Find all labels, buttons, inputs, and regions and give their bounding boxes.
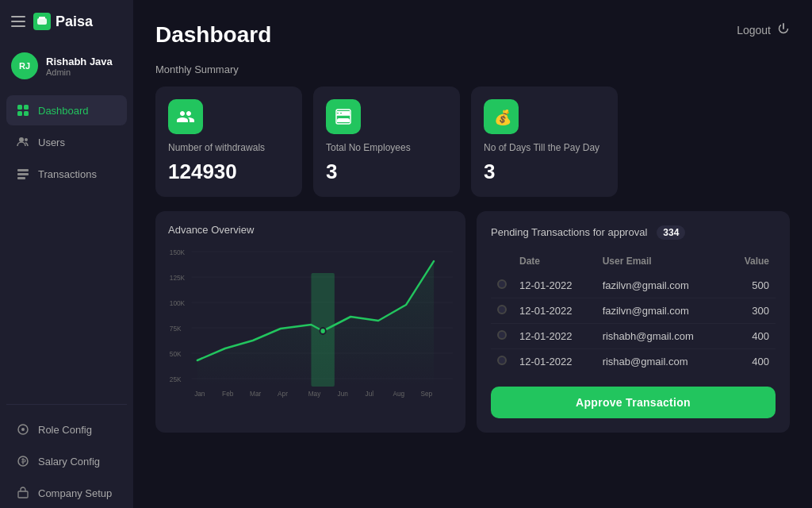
table-row[interactable]: 12-01-2022 fazilvn@gmail.com 300 — [491, 298, 776, 323]
row-email: fazilvn@gmail.com — [596, 273, 728, 298]
sidebar-item-transactions-label: Transactions — [38, 168, 97, 180]
table-row[interactable]: 12-01-2022 rishab@gmail.com 400 — [491, 348, 776, 374]
hamburger-icon[interactable] — [11, 16, 25, 27]
logout-label: Logout — [737, 24, 771, 37]
sidebar-item-dashboard-label: Dashboard — [38, 105, 89, 117]
payday-label: No of Days Till the Pay Day — [484, 142, 605, 155]
svg-text:Feb: Feb — [222, 389, 233, 397]
approve-transaction-button[interactable]: Approve Transaction — [491, 387, 776, 418]
salary-config-icon — [16, 454, 30, 468]
row-checkbox[interactable] — [497, 305, 507, 314]
row-checkbox-cell — [491, 273, 513, 298]
chart-title: Advance Overview — [168, 224, 453, 236]
transactions-table: Date User Email Value 12-01-2022 fazilvn… — [491, 252, 776, 374]
sidebar-item-company-setup[interactable]: Company Setup — [6, 478, 127, 508]
svg-rect-1 — [39, 17, 45, 19]
col-header-date: Date — [513, 252, 596, 273]
sidebar-item-dashboard[interactable]: Dashboard — [6, 95, 127, 125]
svg-point-45 — [320, 328, 325, 334]
svg-rect-5 — [24, 111, 29, 116]
svg-text:Jul: Jul — [366, 389, 374, 397]
users-nav-icon — [16, 135, 30, 149]
row-checkbox[interactable] — [497, 356, 507, 365]
row-date: 12-01-2022 — [513, 273, 596, 298]
svg-text:75K: 75K — [170, 324, 182, 332]
row-date: 12-01-2022 — [513, 298, 596, 323]
svg-rect-20 — [342, 112, 343, 114]
role-config-icon — [16, 422, 30, 437]
logout-button[interactable]: Logout — [737, 22, 790, 37]
svg-text:Aug: Aug — [393, 389, 405, 397]
logo-text: Paisa — [56, 13, 93, 30]
svg-text:Apr: Apr — [278, 389, 288, 397]
employees-label: Total No Employees — [326, 142, 447, 155]
payday-card-icon: 💰 — [484, 99, 519, 134]
sidebar-item-salary-config-label: Salary Config — [38, 456, 100, 468]
svg-text:100K: 100K — [170, 298, 186, 306]
page-title: Dashboard — [155, 22, 271, 48]
row-email: rishabh@gmail.com — [596, 323, 728, 348]
withdrawals-label: Number of withdrawals — [168, 142, 289, 155]
row-date: 12-01-2022 — [513, 323, 596, 348]
svg-rect-3 — [24, 105, 29, 110]
transactions-nav-icon — [16, 167, 30, 181]
logo-area: Paisa — [33, 13, 93, 30]
user-info: Rishabh Java Admin — [46, 56, 113, 77]
employees-value: 3 — [326, 160, 447, 184]
svg-text:125K: 125K — [170, 273, 186, 281]
sidebar-item-company-setup-label: Company Setup — [38, 487, 112, 499]
user-name: Rishabh Java — [46, 56, 113, 67]
row-checkbox[interactable] — [497, 330, 507, 340]
table-row[interactable]: 12-01-2022 rishabh@gmail.com 400 — [491, 323, 776, 348]
employees-card: Total No Employees 3 — [313, 87, 460, 197]
payday-card: 💰 No of Days Till the Pay Day 3 — [471, 87, 618, 197]
row-date: 12-01-2022 — [513, 348, 596, 374]
main-header: Dashboard Logout — [155, 22, 790, 48]
svg-point-7 — [25, 138, 28, 141]
chart-area: 150K 125K 100K 75K 50K 25K — [168, 245, 453, 400]
svg-point-12 — [21, 428, 25, 431]
row-checkbox[interactable] — [497, 279, 507, 289]
row-checkbox-cell — [491, 298, 513, 323]
sidebar-item-users[interactable]: Users — [6, 127, 127, 157]
sidebar-item-users-label: Users — [38, 137, 65, 148]
svg-rect-2 — [17, 105, 22, 110]
svg-text:Mar: Mar — [250, 389, 261, 397]
withdrawals-value: 124930 — [168, 160, 289, 184]
payday-value: 3 — [484, 160, 605, 184]
main-content: Dashboard Logout Monthly Summary Number … — [133, 0, 812, 508]
svg-point-6 — [19, 137, 24, 142]
pending-count-badge: 334 — [657, 225, 685, 240]
row-value: 500 — [728, 273, 776, 298]
transactions-header: Pending Transactions for approval 334 — [491, 225, 776, 240]
sidebar: Paisa RJ Rishabh Java Admin Dashboard — [0, 0, 133, 508]
sidebar-item-salary-config[interactable]: Salary Config — [6, 446, 127, 476]
col-header-check — [491, 252, 513, 273]
row-value: 400 — [728, 348, 776, 374]
svg-text:150K: 150K — [170, 248, 186, 256]
svg-rect-9 — [17, 173, 29, 175]
svg-rect-4 — [17, 111, 22, 116]
sidebar-item-role-config-label: Role Config — [38, 424, 92, 436]
withdrawals-card: Number of withdrawals 124930 — [155, 87, 302, 197]
svg-text:Sep: Sep — [420, 389, 432, 397]
power-icon — [777, 22, 790, 37]
chart-card: Advance Overview 150K 125K 100K 75K 50K … — [155, 211, 465, 433]
sidebar-item-transactions[interactable]: Transactions — [6, 159, 127, 189]
svg-text:50K: 50K — [170, 349, 182, 357]
user-role: Admin — [46, 67, 113, 77]
company-setup-icon — [16, 486, 30, 500]
row-checkbox-cell — [491, 323, 513, 348]
nav-divider — [6, 404, 127, 405]
col-header-value: Value — [728, 252, 776, 273]
svg-text:💰: 💰 — [494, 109, 511, 126]
table-row[interactable]: 12-01-2022 fazilvn@gmail.com 500 — [491, 273, 776, 298]
row-value: 300 — [728, 298, 776, 323]
row-email: fazilvn@gmail.com — [596, 298, 728, 323]
nav-sub-items: Role Config Salary Config Company Setup — [0, 414, 133, 508]
monthly-summary-label: Monthly Summary — [155, 64, 790, 75]
svg-rect-14 — [18, 491, 28, 498]
row-checkbox-cell — [491, 348, 513, 374]
nav-items: Dashboard Users Transaction — [0, 95, 133, 394]
sidebar-item-role-config[interactable]: Role Config — [6, 414, 127, 444]
